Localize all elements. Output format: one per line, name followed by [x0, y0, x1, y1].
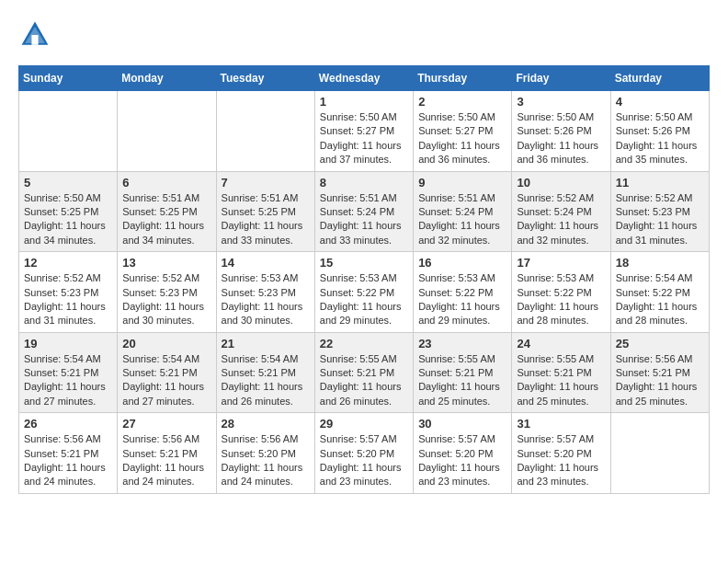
day-number: 2 [418, 95, 506, 109]
day-number: 1 [320, 95, 408, 109]
day-number: 19 [24, 337, 112, 350]
day-number: 26 [24, 417, 112, 431]
calendar-week-row: 19Sunrise: 5:54 AM Sunset: 5:21 PM Dayli… [19, 332, 710, 413]
day-number: 7 [222, 176, 310, 190]
calendar-cell: 29Sunrise: 5:57 AM Sunset: 5:20 PM Dayli… [314, 413, 413, 494]
day-number: 8 [320, 176, 408, 190]
calendar-cell: 6Sunrise: 5:51 AM Sunset: 5:25 PM Daylig… [118, 171, 216, 252]
calendar-cell: 19Sunrise: 5:54 AM Sunset: 5:21 PM Dayli… [19, 332, 118, 413]
svg-rect-2 [31, 35, 38, 45]
calendar-cell: 17Sunrise: 5:53 AM Sunset: 5:22 PM Dayli… [512, 252, 610, 333]
day-number: 11 [616, 176, 704, 190]
day-number: 21 [222, 337, 310, 350]
calendar-cell: 4Sunrise: 5:50 AM Sunset: 5:26 PM Daylig… [610, 91, 709, 172]
weekday-header-row: SundayMondayTuesdayWednesdayThursdayFrid… [19, 66, 710, 91]
day-number: 23 [418, 337, 506, 350]
day-info: Sunrise: 5:51 AM Sunset: 5:24 PM Dayligh… [320, 191, 408, 248]
day-number: 14 [222, 256, 310, 270]
day-info: Sunrise: 5:53 AM Sunset: 5:22 PM Dayligh… [517, 271, 605, 328]
day-number: 16 [418, 256, 506, 270]
calendar-cell: 5Sunrise: 5:50 AM Sunset: 5:25 PM Daylig… [19, 171, 118, 252]
calendar-cell: 12Sunrise: 5:52 AM Sunset: 5:23 PM Dayli… [19, 252, 118, 333]
day-number: 31 [517, 417, 605, 431]
calendar-cell: 2Sunrise: 5:50 AM Sunset: 5:27 PM Daylig… [414, 91, 512, 172]
weekday-header: Monday [118, 66, 216, 91]
day-info: Sunrise: 5:57 AM Sunset: 5:20 PM Dayligh… [418, 432, 506, 489]
day-info: Sunrise: 5:54 AM Sunset: 5:22 PM Dayligh… [616, 271, 704, 328]
weekday-header: Saturday [610, 66, 709, 91]
weekday-header: Thursday [414, 66, 512, 91]
day-info: Sunrise: 5:50 AM Sunset: 5:26 PM Dayligh… [517, 110, 605, 167]
day-info: Sunrise: 5:56 AM Sunset: 5:20 PM Dayligh… [222, 432, 310, 489]
day-info: Sunrise: 5:51 AM Sunset: 5:24 PM Dayligh… [418, 191, 506, 248]
day-info: Sunrise: 5:54 AM Sunset: 5:21 PM Dayligh… [222, 352, 310, 409]
logo-icon [18, 18, 51, 52]
day-number: 13 [122, 256, 210, 270]
calendar-week-row: 26Sunrise: 5:56 AM Sunset: 5:21 PM Dayli… [19, 413, 710, 494]
calendar-cell: 11Sunrise: 5:52 AM Sunset: 5:23 PM Dayli… [610, 171, 709, 252]
day-number: 28 [222, 417, 310, 431]
calendar-cell: 10Sunrise: 5:52 AM Sunset: 5:24 PM Dayli… [512, 171, 610, 252]
calendar-cell: 22Sunrise: 5:55 AM Sunset: 5:21 PM Dayli… [314, 332, 413, 413]
day-info: Sunrise: 5:57 AM Sunset: 5:20 PM Dayligh… [320, 432, 408, 489]
day-info: Sunrise: 5:56 AM Sunset: 5:21 PM Dayligh… [24, 432, 112, 489]
day-info: Sunrise: 5:51 AM Sunset: 5:25 PM Dayligh… [222, 191, 310, 248]
calendar-week-row: 1Sunrise: 5:50 AM Sunset: 5:27 PM Daylig… [19, 91, 710, 172]
day-number: 6 [122, 176, 210, 190]
day-number: 9 [418, 176, 506, 190]
calendar-cell: 14Sunrise: 5:53 AM Sunset: 5:23 PM Dayli… [216, 252, 314, 333]
calendar-cell: 28Sunrise: 5:56 AM Sunset: 5:20 PM Dayli… [216, 413, 314, 494]
calendar-cell [118, 91, 216, 172]
day-number: 3 [517, 95, 605, 109]
day-info: Sunrise: 5:50 AM Sunset: 5:25 PM Dayligh… [24, 191, 112, 248]
calendar-cell: 31Sunrise: 5:57 AM Sunset: 5:20 PM Dayli… [512, 413, 610, 494]
day-number: 30 [418, 417, 506, 431]
calendar-table: SundayMondayTuesdayWednesdayThursdayFrid… [18, 65, 710, 494]
day-info: Sunrise: 5:54 AM Sunset: 5:21 PM Dayligh… [24, 352, 112, 409]
day-number: 25 [616, 337, 704, 350]
calendar-cell [216, 91, 314, 172]
day-number: 15 [320, 256, 408, 270]
calendar-week-row: 5Sunrise: 5:50 AM Sunset: 5:25 PM Daylig… [19, 171, 710, 252]
calendar-cell: 18Sunrise: 5:54 AM Sunset: 5:22 PM Dayli… [610, 252, 709, 333]
calendar-cell: 24Sunrise: 5:55 AM Sunset: 5:21 PM Dayli… [512, 332, 610, 413]
calendar-cell: 23Sunrise: 5:55 AM Sunset: 5:21 PM Dayli… [414, 332, 512, 413]
weekday-header: Tuesday [216, 66, 314, 91]
calendar-cell: 26Sunrise: 5:56 AM Sunset: 5:21 PM Dayli… [19, 413, 118, 494]
calendar-cell: 15Sunrise: 5:53 AM Sunset: 5:22 PM Dayli… [314, 252, 413, 333]
day-info: Sunrise: 5:50 AM Sunset: 5:26 PM Dayligh… [616, 110, 704, 167]
day-number: 5 [24, 176, 112, 190]
day-number: 10 [517, 176, 605, 190]
calendar-cell: 13Sunrise: 5:52 AM Sunset: 5:23 PM Dayli… [118, 252, 216, 333]
calendar-cell: 8Sunrise: 5:51 AM Sunset: 5:24 PM Daylig… [314, 171, 413, 252]
page-header [18, 18, 710, 52]
weekday-header: Sunday [19, 66, 118, 91]
calendar-cell: 9Sunrise: 5:51 AM Sunset: 5:24 PM Daylig… [414, 171, 512, 252]
calendar-cell: 25Sunrise: 5:56 AM Sunset: 5:21 PM Dayli… [610, 332, 709, 413]
day-number: 22 [320, 337, 408, 350]
weekday-header: Wednesday [314, 66, 413, 91]
day-info: Sunrise: 5:55 AM Sunset: 5:21 PM Dayligh… [418, 352, 506, 409]
calendar-cell [19, 91, 118, 172]
calendar-cell: 16Sunrise: 5:53 AM Sunset: 5:22 PM Dayli… [414, 252, 512, 333]
day-number: 4 [616, 95, 704, 109]
calendar-cell: 30Sunrise: 5:57 AM Sunset: 5:20 PM Dayli… [414, 413, 512, 494]
day-info: Sunrise: 5:56 AM Sunset: 5:21 PM Dayligh… [616, 352, 704, 409]
day-info: Sunrise: 5:52 AM Sunset: 5:23 PM Dayligh… [24, 271, 112, 328]
day-info: Sunrise: 5:51 AM Sunset: 5:25 PM Dayligh… [122, 191, 210, 248]
calendar-cell: 27Sunrise: 5:56 AM Sunset: 5:21 PM Dayli… [118, 413, 216, 494]
day-number: 12 [24, 256, 112, 270]
day-number: 29 [320, 417, 408, 431]
calendar-cell [610, 413, 709, 494]
day-number: 17 [517, 256, 605, 270]
day-info: Sunrise: 5:53 AM Sunset: 5:23 PM Dayligh… [222, 271, 310, 328]
logo [18, 18, 55, 52]
day-info: Sunrise: 5:50 AM Sunset: 5:27 PM Dayligh… [320, 110, 408, 167]
day-info: Sunrise: 5:55 AM Sunset: 5:21 PM Dayligh… [320, 352, 408, 409]
day-info: Sunrise: 5:54 AM Sunset: 5:21 PM Dayligh… [122, 352, 210, 409]
day-info: Sunrise: 5:52 AM Sunset: 5:24 PM Dayligh… [517, 191, 605, 248]
day-info: Sunrise: 5:57 AM Sunset: 5:20 PM Dayligh… [517, 432, 605, 489]
day-info: Sunrise: 5:56 AM Sunset: 5:21 PM Dayligh… [122, 432, 210, 489]
calendar-cell: 1Sunrise: 5:50 AM Sunset: 5:27 PM Daylig… [314, 91, 413, 172]
calendar-cell: 3Sunrise: 5:50 AM Sunset: 5:26 PM Daylig… [512, 91, 610, 172]
